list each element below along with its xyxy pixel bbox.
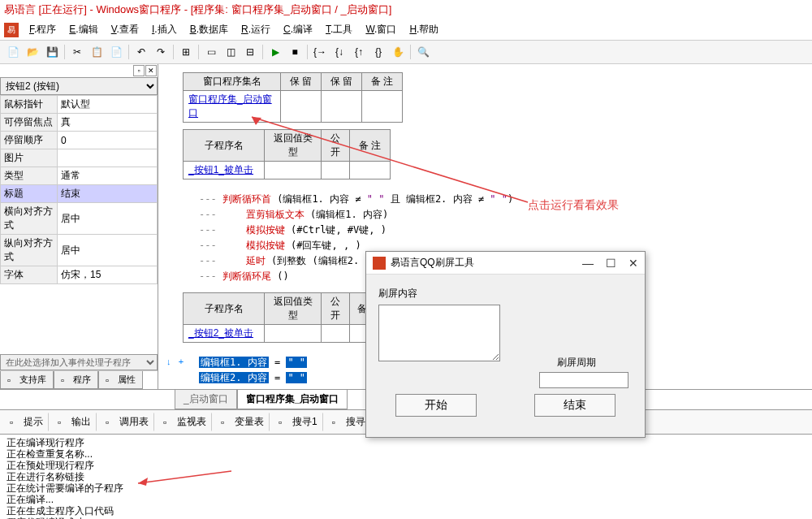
left-tab-1[interactable]: ▫程序 — [54, 371, 98, 389]
panel-close-icon[interactable]: ✕ — [145, 65, 157, 76]
left-tab-2[interactable]: ▫属性 — [98, 371, 143, 389]
output-line: 正在进行名称链接 — [6, 471, 806, 482]
output-tab-icon: ▫ — [163, 417, 175, 428]
output-tab-icon: ▫ — [279, 417, 290, 428]
step2-icon[interactable]: {↓ — [330, 43, 348, 61]
properties-table: 鼠标指针默认型可停留焦点真停留顺序0图片类型通常标题结束横向对齐方式居中纵向对齐… — [0, 95, 158, 284]
code-line[interactable]: --- 模拟按键 (#Ctrl键, #V键, ) — [158, 223, 812, 238]
new-icon[interactable]: 📄 — [4, 43, 22, 61]
program-set-link[interactable]: 窗口程序集_启动窗口 — [184, 91, 281, 123]
property-row[interactable]: 标题结束 — [1, 185, 158, 203]
tab-program-set[interactable]: 窗口程序集_启动窗口 — [237, 390, 348, 409]
menu-r[interactable]: R.运行 — [235, 21, 277, 38]
property-row[interactable]: 纵向对齐方式居中 — [1, 235, 158, 266]
tab-icon: ▫ — [7, 375, 17, 385]
sub1-table: 子程序名 返回值类型 公开 备 注 _按钮1_被单击 — [183, 129, 391, 179]
output-tab-4[interactable]: ▫变量表 — [215, 413, 270, 431]
property-row[interactable]: 横向对齐方式居中 — [1, 203, 158, 235]
output-line: 正在检查重复名称... — [6, 448, 806, 460]
copy-icon[interactable]: 📋 — [88, 43, 106, 61]
content-textarea[interactable] — [378, 305, 500, 361]
gutter-arrow-icon: ↓ + — [166, 357, 184, 366]
menu-v[interactable]: V.查看 — [105, 21, 145, 38]
content-label: 刷屏内容 — [378, 287, 633, 301]
output-line: 正在统计需要编译的子程序 — [6, 482, 806, 494]
save-icon[interactable]: 💾 — [43, 43, 61, 61]
dialog-close-icon[interactable]: ✕ — [628, 257, 638, 270]
left-tab-0[interactable]: ▫支持库 — [0, 371, 54, 389]
app-logo-icon: 易 — [4, 23, 19, 37]
event-selector[interactable]: 在此处选择加入事件处理子程序 — [0, 354, 158, 370]
step4-icon[interactable]: {} — [369, 43, 387, 61]
output-line: 正在编译... — [6, 494, 806, 505]
paste-icon[interactable]: 📄 — [107, 43, 125, 61]
start-button[interactable]: 开始 — [395, 394, 477, 417]
tab-icon: ▫ — [61, 375, 71, 385]
layout2-icon[interactable]: ◫ — [222, 43, 240, 61]
dialog-title: 易语言QQ刷屏工具 — [391, 256, 582, 270]
menu-i[interactable]: I.插入 — [145, 21, 184, 38]
code-line[interactable]: --- 判断循环首 (编辑框1. 内容 ≠ " " 且 编辑框2. 内容 ≠ "… — [158, 192, 812, 207]
step1-icon[interactable]: {→ — [311, 43, 329, 61]
property-row[interactable]: 字体仿宋，15 — [1, 266, 158, 284]
output-tab-icon: ▫ — [332, 417, 343, 428]
menu-f[interactable]: F.程序 — [23, 21, 63, 38]
output-line: 正在预处理现行程序 — [6, 460, 806, 471]
hand-icon[interactable]: ✋ — [389, 43, 407, 61]
output-tab-1[interactable]: ▫输出 — [52, 413, 97, 431]
find-icon[interactable]: 🔍 — [414, 43, 432, 61]
open-icon[interactable]: 📂 — [24, 43, 41, 61]
dialog-maximize-icon[interactable]: ☐ — [606, 257, 616, 270]
output-tab-icon: ▫ — [10, 417, 21, 428]
sub1-link[interactable]: _按钮1_被单击 — [184, 162, 265, 179]
menu-e[interactable]: E.编辑 — [63, 21, 104, 38]
output-tab-icon: ▫ — [221, 417, 232, 428]
step3-icon[interactable]: {↑ — [350, 43, 368, 61]
menu-bar: 易 F.程序E.编辑V.查看I.插入B.数据库R.运行C.编译T.工具W.窗口H… — [0, 19, 812, 41]
running-dialog: 易语言QQ刷屏工具 — ☐ ✕ 刷屏内容 刷屏周期 开始 结束 — [365, 251, 646, 438]
property-row[interactable]: 可停留焦点真 — [1, 114, 158, 132]
stop-icon[interactable]: ■ — [286, 43, 304, 61]
property-row[interactable]: 图片 — [1, 149, 158, 167]
layout3-icon[interactable]: ⊟ — [241, 43, 259, 61]
form-icon[interactable]: ⊞ — [177, 43, 195, 61]
menu-h[interactable]: H.帮助 — [403, 21, 445, 38]
menu-t[interactable]: T.工具 — [319, 21, 359, 38]
output-line: 正在编译现行程序 — [6, 437, 806, 448]
menu-b[interactable]: B.数据库 — [184, 21, 235, 38]
output-tab-0[interactable]: ▫提示 — [4, 413, 49, 431]
undo-icon[interactable]: ↶ — [132, 43, 150, 61]
toolbar: 📄 📂 💾 ✂ 📋 📄 ↶ ↷ ⊞ ▭ ◫ ⊟ ▶ ■ {→ {↓ {↑ {} … — [0, 41, 812, 64]
panel-pin-icon[interactable]: ▫ — [133, 65, 145, 76]
dialog-minimize-icon[interactable]: — — [582, 257, 594, 270]
sub2-table: 子程序名 返回值类型 公开 备 _按钮2_被单击 — [183, 292, 374, 343]
menu-w[interactable]: W.窗口 — [359, 21, 403, 38]
period-input[interactable] — [539, 372, 628, 388]
component-selector[interactable]: 按钮2 (按钮) — [0, 77, 158, 95]
program-set-table: 窗口程序集名 保 留 保 留 备 注 窗口程序集_启动窗口 — [183, 72, 403, 123]
menu-c[interactable]: C.编译 — [277, 21, 319, 38]
output-tab-icon: ▫ — [106, 417, 117, 428]
output-tab-2[interactable]: ▫调用表 — [100, 413, 154, 431]
tab-startup-window[interactable]: _启动窗口 — [175, 390, 237, 409]
redo-icon[interactable]: ↷ — [152, 43, 170, 61]
property-row[interactable]: 停留顺序0 — [1, 132, 158, 149]
end-button[interactable]: 结束 — [534, 394, 615, 417]
annotation-text: 点击运行看看效果 — [528, 198, 619, 213]
output-panel[interactable]: 正在编译现行程序正在检查重复名称...正在预处理现行程序正在进行名称链接正在统计… — [0, 435, 812, 519]
dialog-logo-icon — [373, 257, 386, 270]
sub2-link[interactable]: _按钮2_被单击 — [184, 325, 265, 343]
layout1-icon[interactable]: ▭ — [202, 43, 220, 61]
output-tab-5[interactable]: ▫搜寻1 — [273, 413, 323, 431]
cut-icon[interactable]: ✂ — [68, 43, 86, 61]
property-row[interactable]: 类型通常 — [1, 167, 158, 185]
properties-panel: ▫ ✕ 按钮2 (按钮) 鼠标指针默认型可停留焦点真停留顺序0图片类型通常标题结… — [0, 64, 158, 389]
code-line[interactable]: --- 置剪辑板文本 (编辑框1. 内容) — [158, 207, 812, 223]
window-title: 易语言 [正在运行] - Windows窗口程序 - [程序集: 窗口程序集_启… — [0, 0, 812, 19]
output-line: 正在生成主程序入口代码 — [6, 505, 806, 517]
output-tab-3[interactable]: ▫监视表 — [158, 413, 212, 431]
property-row[interactable]: 鼠标指针默认型 — [1, 96, 158, 114]
run-icon[interactable]: ▶ — [266, 43, 284, 61]
output-tab-icon: ▫ — [58, 417, 69, 428]
period-label: 刷屏周期 — [557, 356, 596, 370]
